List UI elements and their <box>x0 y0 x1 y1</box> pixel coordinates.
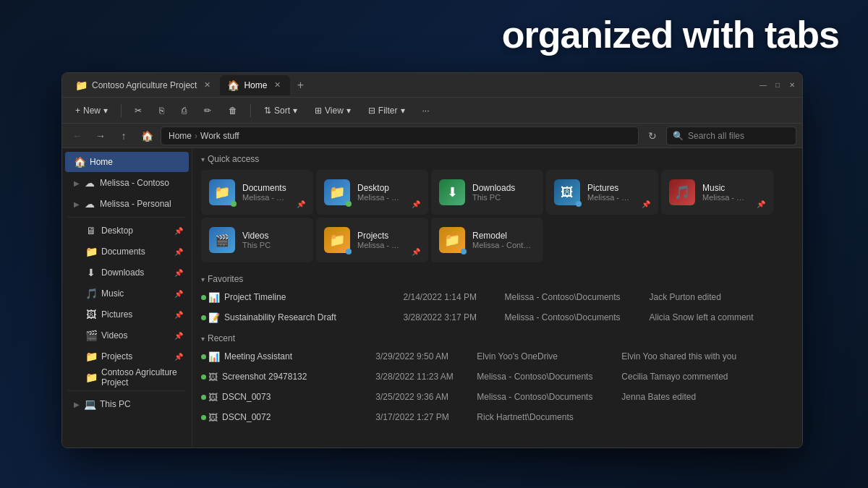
recent-row-1[interactable]: 🖼 Screenshot 29478132 3/28/2022 11:23 AM… <box>192 367 802 387</box>
fav-location-0: Melissa - Contoso\Documents <box>499 287 644 307</box>
recent-row-0[interactable]: 📊 Meeting Assistant 3/29/2022 9:50 AM El… <box>192 346 802 367</box>
bc-sep-1: › <box>195 131 197 141</box>
bc-home: Home <box>169 131 192 141</box>
favorite-row-1[interactable]: 📝 Sustainability Research Draft 3/28/202… <box>192 307 802 328</box>
sidebar-item-projects[interactable]: 📁 Projects 📌 <box>65 346 189 367</box>
search-icon: 🔍 <box>673 131 684 141</box>
recent-row-2[interactable]: 🖼 DSCN_0073 3/25/2022 9:36 AM Melissa - … <box>192 387 802 407</box>
grid-item-documents[interactable]: 📁 Documents Melissa - Contoso 📌 <box>201 170 313 215</box>
grid-item-remodel[interactable]: 📁 Remodel Melissa - Contoso <box>431 218 543 262</box>
paste-button[interactable]: ⎙ <box>174 100 194 121</box>
grid-item-projects[interactable]: 📁 Projects Melissa - Contoso 📌 <box>316 218 428 262</box>
favorite-row-0[interactable]: 📊 Project Timeline 2/14/2022 1:14 PM Mel… <box>192 287 802 307</box>
quick-access-arrow: ▾ <box>201 155 205 163</box>
recent-header[interactable]: ▾ Recent <box>192 328 802 346</box>
more-icon: ··· <box>422 106 430 116</box>
documents-icon: 📁 <box>85 246 97 257</box>
sidebar-item-downloads[interactable]: ⬇ Downloads 📌 <box>65 262 189 283</box>
rec-name-0: Meeting Assistant <box>224 351 292 361</box>
sidebar-item-music[interactable]: 🎵 Music 📌 <box>65 283 189 304</box>
folder-symbol: 📁 <box>444 232 460 248</box>
forward-button[interactable]: → <box>91 127 110 145</box>
grid-item-music[interactable]: 🎵 Music Melissa - Contoso 📌 <box>661 170 773 215</box>
quick-access-header[interactable]: ▾ Quick access <box>192 148 802 167</box>
desktop-icon: 🖥 <box>85 225 97 236</box>
quick-access-grid: 📁 Documents Melissa - Contoso 📌 📁 <box>192 167 802 268</box>
sort-label: Sort <box>274 106 290 116</box>
pin-icon: 📌 <box>174 227 183 235</box>
rec-date-0: 3/29/2022 9:50 AM <box>370 346 471 367</box>
sidebar-projects-label: Projects <box>101 351 132 361</box>
home-sidebar-icon: 🏠 <box>74 156 85 168</box>
up-button[interactable]: ↑ <box>114 127 133 145</box>
recent-table: 📊 Meeting Assistant 3/29/2022 9:50 AM El… <box>192 346 802 427</box>
sidebar: 🏠 Home ▶ ☁ Melissa - Contoso ▶ ☁ Melissa… <box>62 148 192 448</box>
expand-icon: ▶ <box>74 200 80 208</box>
grid-item-desktop[interactable]: 📁 Desktop Melissa - Contoso 📌 <box>316 170 428 215</box>
fav-name-0: Project Timeline <box>224 292 286 302</box>
hero-text: organized with tabs <box>502 13 839 56</box>
sidebar-item-documents[interactable]: 📁 Documents 📌 <box>65 241 189 262</box>
grid-item-pictures[interactable]: 🖼 Pictures Melissa - Contoso 📌 <box>546 170 658 215</box>
fav-date-1: 3/28/2022 3:17 PM <box>398 307 499 328</box>
more-button[interactable]: ··· <box>415 100 437 121</box>
sidebar-item-videos[interactable]: 🎬 Videos 📌 <box>65 325 189 346</box>
rename-button[interactable]: ✏ <box>197 100 218 121</box>
tab-home[interactable]: 🏠 Home ✕ <box>220 75 290 95</box>
sidebar-item-pictures[interactable]: 🖼 Pictures 📌 <box>65 304 189 325</box>
pictures-info: Pictures Melissa - Contoso <box>587 183 634 202</box>
sidebar-item-desktop[interactable]: 🖥 Desktop 📌 <box>65 221 189 241</box>
remodel-name: Remodel <box>472 231 535 241</box>
minimize-button[interactable]: — <box>759 81 767 90</box>
view-button[interactable]: ⊞ View ▾ <box>307 100 358 121</box>
close-button[interactable]: ✕ <box>788 81 796 90</box>
download-symbol: ⬇ <box>447 184 458 200</box>
back-button[interactable]: ← <box>68 127 87 145</box>
sort-chevron: ▾ <box>293 106 297 116</box>
favorites-table: 📊 Project Timeline 2/14/2022 1:14 PM Mel… <box>192 287 802 328</box>
folder-symbol: 📁 <box>214 184 230 200</box>
tab-home-close[interactable]: ✕ <box>271 80 283 91</box>
sort-icon: ⇅ <box>264 106 271 116</box>
sidebar-divider-2 <box>68 390 186 391</box>
sidebar-item-home[interactable]: 🏠 Home <box>65 152 189 172</box>
main-content: 🏠 Home ▶ ☁ Melissa - Contoso ▶ ☁ Melissa… <box>62 148 802 448</box>
filter-button[interactable]: ⊟ Filter ▾ <box>361 100 412 121</box>
remodel-info: Remodel Melissa - Contoso <box>472 231 535 249</box>
sort-button[interactable]: ⇅ Sort ▾ <box>257 100 305 121</box>
window-controls: — □ ✕ <box>759 81 796 90</box>
cut-button[interactable]: ✂ <box>127 100 149 121</box>
expand-icon: ▶ <box>74 179 80 187</box>
grid-item-downloads[interactable]: ⬇ Downloads This PC <box>431 170 543 215</box>
rec-name-cell-3: 🖼 DSCN_0072 <box>192 407 370 427</box>
copy-button[interactable]: ⎘ <box>152 100 171 121</box>
breadcrumb[interactable]: Home › Work stuff <box>161 127 639 145</box>
documents-info: Documents Melissa - Contoso <box>242 183 289 202</box>
tab-contoso[interactable]: 📁 Contoso Agriculture Project ✕ <box>68 75 220 95</box>
fav-activity-0: Jack Purton edited <box>644 287 803 307</box>
grid-item-videos[interactable]: 🎬 Videos This PC <box>201 218 313 262</box>
delete-button[interactable]: 🗑 <box>221 100 244 121</box>
sidebar-item-thispc[interactable]: ▶ 💻 This PC <box>65 394 189 414</box>
sidebar-melissa-contoso-label: Melissa - Contoso <box>100 178 169 188</box>
rec-location-3: Rick Hartnett\Documents <box>471 407 616 427</box>
new-button[interactable]: + New ▾ <box>68 100 115 121</box>
refresh-button[interactable]: ↻ <box>643 127 662 145</box>
maximize-button[interactable]: □ <box>773 81 782 90</box>
videos-name: Videos <box>242 231 305 241</box>
search-box[interactable]: 🔍 Search all files <box>666 127 796 145</box>
sidebar-item-melissa-personal[interactable]: ▶ ☁ Melissa - Personal <box>65 194 189 214</box>
recent-locations-button[interactable]: 🏠 <box>137 127 156 145</box>
rec-location-2: Melissa - Contoso\Documents <box>471 387 616 407</box>
quick-access-label: Quick access <box>208 154 259 164</box>
toolbar-sep-2 <box>250 104 251 117</box>
add-tab-button[interactable]: + <box>290 75 310 95</box>
projects-grid-icon: 📁 <box>324 227 350 253</box>
fav-activity-1: Alicia Snow left a comment <box>644 307 803 328</box>
sidebar-item-melissa-contoso[interactable]: ▶ ☁ Melissa - Contoso <box>65 173 189 193</box>
favorites-header[interactable]: ▾ Favorites <box>192 268 802 287</box>
status-indicator <box>346 201 352 207</box>
sidebar-item-contoso-project[interactable]: 📁 Contoso Agriculture Project <box>65 367 189 388</box>
tab-contoso-close[interactable]: ✕ <box>201 80 213 91</box>
recent-row-3[interactable]: 🖼 DSCN_0072 3/17/2022 1:27 PM Rick Hartn… <box>192 407 802 427</box>
